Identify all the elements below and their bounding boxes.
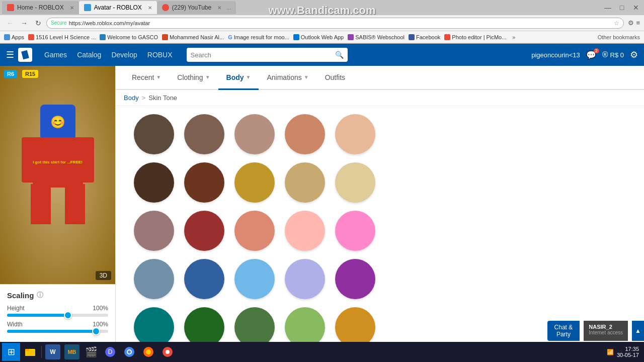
color-circle-3-0[interactable] (134, 259, 174, 299)
taskbar-vlc-btn[interactable]: 🎬 (82, 343, 100, 361)
chat-party-btn[interactable]: Chat & Party (547, 321, 580, 341)
color-circle-2-1[interactable] (184, 211, 224, 251)
color-circle-3-1[interactable] (184, 259, 224, 299)
chat-expand-btn[interactable]: ▲ (632, 321, 644, 341)
content-area: R6 R15 😊 I got this shirt for ...FREE! (0, 66, 644, 362)
bookmark-picmon[interactable]: Photo editor | PicMo... (444, 34, 506, 40)
color-circle-1-4[interactable] (335, 162, 375, 203)
color-circle-0-3[interactable] (285, 114, 325, 154)
start-btn[interactable]: ⊞ (2, 343, 20, 361)
cat-animations[interactable]: Animations ▼ (259, 66, 316, 90)
scaling-info-icon[interactable]: ⓘ (37, 291, 43, 300)
bookmark-365[interactable]: Mohammed Nasir Al... (162, 34, 224, 40)
nav-catalog[interactable]: Catalog (73, 49, 105, 61)
color-circle-0-2[interactable] (234, 114, 275, 154)
browser-chrome: Home - ROBLOX ✕ Avatar - ROBLOX ✕ (229) … (0, 0, 644, 44)
bookmark-apps[interactable]: Apps (4, 34, 24, 40)
minimize-btn[interactable]: — (602, 2, 614, 14)
color-circle-0-4[interactable] (335, 114, 375, 154)
color-circle-2-0[interactable] (134, 211, 174, 251)
svg-point-9 (128, 350, 131, 353)
tab-youtube[interactable]: (229) YouTube ✕ ... (157, 1, 236, 14)
cat-body[interactable]: Body ▼ (218, 66, 259, 90)
sabis-favicon (348, 34, 354, 40)
address-bar[interactable]: Secure https://web.roblox.com/my/avatar … (46, 18, 624, 29)
gasco-favicon (100, 34, 106, 40)
nav-develop[interactable]: Develop (107, 49, 141, 61)
cat-outfits[interactable]: Outfits (317, 66, 353, 90)
bookmarks-more-btn[interactable]: » (512, 34, 515, 40)
cat-outfits-label: Outfits (325, 73, 345, 81)
height-slider[interactable] (7, 314, 108, 317)
tab-home-close[interactable]: ✕ (70, 5, 74, 11)
search-bar[interactable]: 🔍 (187, 48, 348, 62)
bookmark-365-label: Mohammed Nasir Al... (170, 34, 224, 40)
taskbar-app4-btn[interactable]: D (101, 343, 119, 361)
menu-btn[interactable]: ≡ (636, 19, 640, 27)
color-circle-1-1[interactable] (184, 162, 224, 203)
taskbar-app7-btn[interactable] (158, 343, 177, 361)
cat-recent[interactable]: Recent ▼ (124, 66, 169, 90)
taskbar-firefox-btn[interactable] (139, 343, 157, 361)
taskbar-word-btn[interactable]: W (44, 343, 62, 361)
taskbar-sep-1 (41, 346, 42, 358)
bookmark-google[interactable]: G Image result for moo... (228, 34, 289, 40)
robux-display[interactable]: ® R$ 0 (602, 50, 624, 59)
color-circle-1-2[interactable] (234, 162, 275, 203)
nav-robux[interactable]: ROBUX (143, 49, 177, 61)
color-circle-4-2[interactable] (234, 307, 275, 347)
color-circle-4-1[interactable] (184, 307, 224, 347)
width-slider[interactable] (7, 330, 108, 333)
tab-home-favicon (7, 4, 14, 11)
r6-badge[interactable]: R6 (4, 70, 17, 78)
tab-avatar[interactable]: Avatar - ROBLOX ✕ (79, 1, 157, 14)
color-circle-4-0[interactable] (134, 307, 174, 347)
roblox-logo[interactable] (18, 48, 32, 62)
nav-games[interactable]: Games (40, 49, 71, 61)
tab-youtube-close[interactable]: ✕ (217, 5, 221, 11)
bookmark-sabis[interactable]: SABIS® Webschool (348, 34, 405, 40)
bookmark-facebook[interactable]: Facebook (409, 34, 440, 40)
r15-badge[interactable]: R15 (22, 70, 38, 78)
height-slider-thumb[interactable] (64, 311, 72, 319)
search-input[interactable] (191, 51, 332, 59)
color-circle-4-4[interactable] (335, 307, 375, 347)
reload-btn[interactable]: ↻ (32, 17, 44, 29)
forward-btn[interactable]: → (18, 17, 30, 29)
settings-btn[interactable]: ⚙ (630, 49, 638, 60)
color-circle-4-3[interactable] (285, 307, 325, 347)
chat-notifications-btn[interactable]: 💬 2 (586, 50, 596, 60)
hamburger-menu-btn[interactable]: ☰ (6, 49, 14, 60)
bookmark-gasco[interactable]: Welcome to GASCO (100, 34, 158, 40)
color-circle-0-0[interactable] (134, 114, 174, 154)
bookmark-science[interactable]: 1516 Level H Science ... (28, 34, 96, 40)
color-circle-3-3[interactable] (285, 259, 325, 299)
color-circle-3-2[interactable] (234, 259, 275, 299)
close-btn[interactable]: ✕ (630, 2, 642, 14)
restore-btn[interactable]: □ (616, 2, 628, 14)
address-text: https://web.roblox.com/my/avatar (69, 20, 612, 26)
color-circle-2-4[interactable] (335, 211, 375, 251)
tab-home[interactable]: Home - ROBLOX ✕ (2, 1, 79, 14)
tab-avatar-close[interactable]: ✕ (148, 5, 152, 11)
avatar-body: I got this shirt for ...FREE! (33, 137, 83, 188)
taskbar-chrome-btn[interactable] (120, 343, 138, 361)
taskbar-mb-btn[interactable]: MB (63, 343, 81, 361)
cat-clothing[interactable]: Clothing ▼ (169, 66, 218, 90)
google-favicon: G (228, 34, 232, 40)
bookmark-outlook[interactable]: Outlook Web App (293, 34, 344, 40)
color-circle-2-2[interactable] (234, 211, 275, 251)
breadcrumb-parent[interactable]: Body (124, 94, 139, 102)
extensions-btn[interactable]: ⚙ (628, 19, 634, 27)
color-circle-1-0[interactable] (134, 162, 174, 203)
color-circle-0-1[interactable] (184, 114, 224, 154)
color-circle-2-3[interactable] (285, 211, 325, 251)
width-slider-thumb[interactable] (92, 327, 100, 335)
back-btn[interactable]: ← (4, 17, 16, 29)
taskbar-file-explorer[interactable] (21, 343, 39, 361)
color-circle-3-4[interactable] (335, 259, 375, 299)
bookmark-star-icon[interactable]: ☆ (614, 20, 619, 27)
tab-bar: Home - ROBLOX ✕ Avatar - ROBLOX ✕ (229) … (0, 0, 644, 15)
taskbar-clock: 17:35 30-05-17 (617, 346, 639, 358)
color-circle-1-3[interactable] (285, 162, 325, 203)
